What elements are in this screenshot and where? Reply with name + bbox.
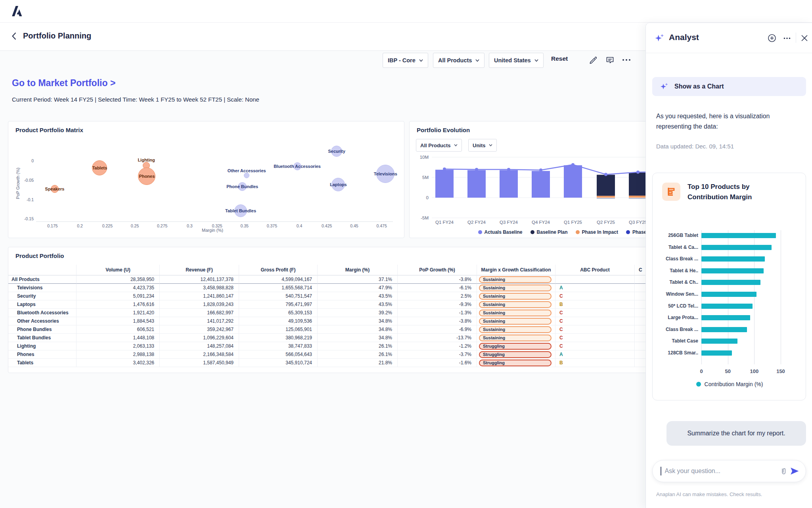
- show-as-chart-button[interactable]: Show as a Chart: [652, 77, 806, 96]
- chevron-down-icon: [475, 59, 479, 62]
- cell-margin: 26.1%: [318, 350, 398, 359]
- filter-model-label: IBP - Core: [388, 57, 416, 64]
- table-row[interactable]: Tablets3,402,3261,587,450,949345,910,724…: [8, 359, 666, 367]
- table-row[interactable]: Other Accessories1,884,543141,017,29249,…: [8, 317, 666, 325]
- anaplan-logo[interactable]: [11, 5, 23, 19]
- page-title: Portfolio Planning: [23, 31, 91, 40]
- reset-button[interactable]: Reset: [551, 55, 568, 62]
- svg-text:5M: 5M: [422, 175, 429, 180]
- filter-products-label: All Products: [438, 57, 472, 64]
- legend-label: Contribution Margin (%): [705, 381, 763, 387]
- svg-text:Q1 FY24: Q1 FY24: [435, 220, 454, 225]
- cell-pop: -6.1%: [398, 284, 477, 292]
- column-header: ABC Product: [555, 265, 635, 275]
- classification-pill: Sustaining: [479, 276, 552, 283]
- svg-text:Q3 FY25: Q3 FY25: [629, 220, 647, 225]
- classification-pill: Struggling: [479, 360, 552, 366]
- scatter-label-security: Security: [328, 149, 345, 154]
- cell-abc-product: C: [555, 334, 635, 342]
- cell-revenue: 1,241,860,147: [160, 292, 239, 300]
- table-row[interactable]: Security5,091,2341,241,860,147540,751,54…: [8, 292, 666, 300]
- sparkles-icon: [659, 82, 669, 91]
- classification-pill: Sustaining: [479, 335, 552, 341]
- cell-volume: 606,521: [77, 325, 160, 334]
- cell-abc-product: B: [555, 359, 635, 367]
- chat-input-container: [652, 460, 806, 482]
- cell-margin: 21.8%: [318, 359, 398, 367]
- cell-volume: 1,921,420: [77, 309, 160, 317]
- text-cursor: [661, 467, 661, 475]
- edit-pencil-icon[interactable]: [588, 54, 599, 65]
- cell-revenue: 3,458,988,828: [160, 284, 239, 292]
- table-row[interactable]: Bluetooth Accessories1,921,420166,682,99…: [8, 309, 666, 317]
- cell-margin: 26.1%: [318, 342, 398, 350]
- matrix-x-tick: 0.45: [350, 223, 358, 228]
- matrix-x-axis-line: [36, 221, 393, 222]
- cell-classification: Sustaining: [477, 309, 555, 317]
- table-row[interactable]: Phones2,988,1382,166,348,584566,054,6432…: [8, 350, 666, 359]
- close-panel-icon[interactable]: [799, 33, 810, 44]
- top-products-chart-card: Top 10 Products by Contribution Margin 0…: [652, 173, 806, 400]
- bar-label: 256GB Tablet: [654, 233, 698, 238]
- svg-text:Q2 FY24: Q2 FY24: [467, 220, 486, 225]
- scatter-label-laptops: Laptops: [330, 182, 347, 187]
- legend-dot: [478, 230, 482, 234]
- cell-classification: Struggling: [477, 359, 555, 367]
- cell-abc-product: C: [555, 325, 635, 334]
- bar-label: Window Sen...: [654, 291, 698, 297]
- chart-legend: Contribution Margin (%): [653, 381, 806, 387]
- new-chat-icon[interactable]: [766, 33, 778, 44]
- table-row[interactable]: Lighting2,063,133148,257,08438,747,83326…: [8, 342, 666, 350]
- attachment-paperclip-icon[interactable]: [778, 466, 789, 477]
- evolution-products-dropdown[interactable]: All Products: [416, 139, 462, 152]
- filter-region-label: United States: [494, 57, 531, 64]
- table-row[interactable]: Televisions4,423,7353,458,988,8281,655,5…: [8, 284, 666, 292]
- cell-classification: Struggling: [477, 342, 555, 350]
- cell-volume: 4,423,735: [77, 284, 160, 292]
- matrix-x-axis-label: Margin (%): [36, 228, 389, 233]
- more-options-icon[interactable]: [621, 54, 632, 65]
- filter-model-dropdown[interactable]: IBP - Core: [383, 53, 428, 68]
- matrix-x-tick: 0.175: [47, 223, 57, 228]
- cell-classification: Sustaining: [477, 334, 555, 342]
- product-portfolio-table-card: Product Portfolio Volume (U)Revenue (F)G…: [8, 247, 674, 373]
- chart-x-tick: 0: [700, 368, 703, 374]
- evolution-units-dropdown[interactable]: Units: [468, 139, 497, 152]
- table-row[interactable]: Tablet Bundles1,448,1081,096,229,604380,…: [8, 334, 666, 342]
- cell-gross: 49,109,536: [239, 317, 318, 325]
- cell-revenue: 1,828,039,243: [160, 300, 239, 309]
- bar-label: Tablet & Ch..: [654, 279, 698, 285]
- matrix-x-tick: 0.225: [102, 223, 113, 228]
- cell-volume: 1,884,543: [77, 317, 160, 325]
- panel-more-options-icon[interactable]: [781, 33, 793, 44]
- matrix-y-tick: -0.15: [14, 216, 34, 221]
- ask-question-input[interactable]: [665, 468, 778, 475]
- data-updated-timestamp: Data updated: Dec. 09, 14:51: [656, 143, 734, 150]
- legend-dot: [530, 230, 534, 234]
- cell-abc-product: C: [555, 317, 635, 325]
- matrix-x-tick: 0.475: [376, 223, 387, 228]
- matrix-x-tick: 0.3: [187, 223, 193, 228]
- filter-products-dropdown[interactable]: All Products: [433, 53, 485, 68]
- table-row[interactable]: All Products28,358,95012,401,137,3784,59…: [8, 275, 666, 284]
- cell-gross: 4,599,094,167: [239, 275, 318, 284]
- cell-gross: 38,747,833: [239, 342, 318, 350]
- cell-volume: 28,358,950: [77, 275, 160, 284]
- cell-pop: -1.2%: [398, 342, 477, 350]
- go-to-market-portfolio-link[interactable]: Go to Market Portfolio >: [12, 78, 115, 89]
- chevron-down-icon: [534, 59, 538, 62]
- comments-icon[interactable]: [604, 54, 615, 65]
- scatter-label-lighting: Lighting: [138, 158, 155, 162]
- row-label: Televisions: [8, 284, 77, 292]
- classification-pill: Sustaining: [479, 293, 552, 300]
- filter-region-dropdown[interactable]: United States: [489, 53, 544, 68]
- back-button[interactable]: [10, 32, 20, 42]
- row-label: Security: [8, 292, 77, 300]
- table-row[interactable]: Laptops1,476,6161,828,039,243795,471,997…: [8, 300, 666, 309]
- table-row[interactable]: Phone Bundles606,521359,242,967125,065,9…: [8, 325, 666, 334]
- matrix-y-tick: -0.1: [14, 197, 34, 202]
- cell-abc-product: C: [555, 309, 635, 317]
- table-title: Product Portfolio: [15, 252, 64, 259]
- send-icon[interactable]: [789, 466, 800, 477]
- column-header: Volume (U): [77, 265, 160, 275]
